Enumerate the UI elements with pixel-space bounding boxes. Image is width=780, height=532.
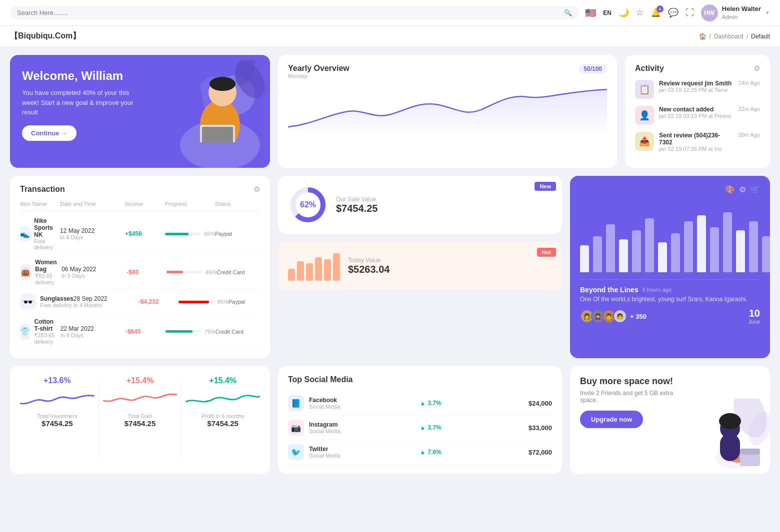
item-sub-3: ₹283.65 delivery xyxy=(34,332,60,345)
progress-pct-3: 75% xyxy=(204,329,216,335)
search-input[interactable] xyxy=(17,9,560,16)
breadcrumb: 🏠 / Dashboard / Default xyxy=(699,33,770,40)
continue-button[interactable]: Continue → xyxy=(22,125,76,141)
event-date-block: 10 June xyxy=(748,308,760,325)
progress-fill-3 xyxy=(166,330,192,333)
messages-icon[interactable]: 💬 xyxy=(668,7,678,18)
item-name-3: Cotton T-shirt xyxy=(34,318,60,332)
bar-col-7 xyxy=(671,233,680,272)
upgrade-button[interactable]: Upgrade now xyxy=(580,411,643,428)
notifications-icon[interactable]: 🔔 4 xyxy=(650,7,661,18)
bar-col-3 xyxy=(619,239,628,272)
today-label: Today Value xyxy=(348,257,390,264)
item-icon-2: 🕶️ xyxy=(20,294,36,310)
bar-item-1 xyxy=(593,236,602,272)
fullscreen-icon[interactable]: ⛶ xyxy=(686,8,694,18)
bar-col-1 xyxy=(593,236,602,272)
bar-col-8 xyxy=(684,221,693,272)
theme-toggle[interactable]: 🌙 xyxy=(618,7,629,18)
bar-col-12 xyxy=(736,230,745,272)
item-details-3: Cotton T-shirt ₹283.65 delivery xyxy=(34,318,60,345)
transaction-rows: 👟 Nike Sports NK Free delivery 12 May 20… xyxy=(20,213,260,349)
today-value: $5263.04 xyxy=(348,264,390,275)
avatar-stack-wrap: 👩 👩‍🦱 👨 🧑 + 350 xyxy=(580,309,646,323)
language-label[interactable]: EN xyxy=(603,9,612,16)
social-icon-1: 📷 xyxy=(288,420,304,436)
event-date: 10 xyxy=(748,308,760,319)
bar-item-7 xyxy=(671,233,680,272)
transaction-settings-icon[interactable]: ⚙ xyxy=(254,185,260,194)
dropdown-icon: ▼ xyxy=(765,10,770,15)
bookmarks-icon[interactable]: ☆ xyxy=(636,7,644,18)
bar-col-14 xyxy=(762,236,770,272)
progress-wrap-3: 75% xyxy=(166,329,216,335)
item-name-0: Nike Sports NK xyxy=(34,217,60,238)
col-income: Income xyxy=(125,201,165,207)
today-info: Today Value $5263.04 xyxy=(348,257,390,275)
bar-item-12 xyxy=(736,230,745,272)
activity-items: 📋 Review request jim Smith jan 03 19 12:… xyxy=(635,80,760,152)
yearly-header: Yearly Overview Monday 50/100 xyxy=(288,64,607,79)
palette-icon[interactable]: 🎨 xyxy=(725,185,735,194)
yearly-overview-card: Yearly Overview Monday 50/100 xyxy=(278,55,617,168)
activity-item-sub-1: jan 02 19 03:10 PM at Fresno xyxy=(659,113,734,119)
social-name-0: Facebook xyxy=(309,397,340,404)
progress-bar-3 xyxy=(166,330,202,333)
activity-item-time-2: 30m Ago xyxy=(738,132,760,138)
item-income-2: -$4,232 xyxy=(138,298,178,305)
home-icon[interactable]: 🏠 xyxy=(699,33,706,40)
col-item-name: Item Name xyxy=(20,201,60,207)
activity-item-title-1: New contact added xyxy=(659,106,734,113)
sparkline-0 xyxy=(20,389,94,409)
mini-stat-2: +15.4% Profit in 6 months $7454.25 xyxy=(186,376,260,464)
sale-value-card: New 62% Our Sale Value $7454.25 xyxy=(278,176,562,234)
barchart-settings-icon[interactable]: ⚙ xyxy=(739,185,746,194)
activity-thumb-1: 👤 xyxy=(635,106,654,125)
mini-bar-chart xyxy=(288,251,340,281)
item-info-2: 🕶️ Sunglasses Free delivery xyxy=(20,294,74,310)
language-flag[interactable]: 🇺🇸 xyxy=(585,7,596,18)
item-icon-0: 👟 xyxy=(20,226,30,242)
topnav: 🔍 🇺🇸 EN 🌙 ☆ 🔔 4 💬 ⛶ HW Helen Walter Admi… xyxy=(0,0,780,26)
bar-col-4 xyxy=(632,230,641,272)
buyspace-illustration xyxy=(685,399,770,474)
date-main-1: 06 May 2022 xyxy=(62,266,126,273)
item-info-0: 👟 Nike Sports NK Free delivery xyxy=(20,217,60,250)
bar-col-5 xyxy=(645,218,654,272)
cart-icon[interactable]: 🛒 xyxy=(750,185,760,194)
new-badge: New xyxy=(534,182,556,191)
search-bar[interactable]: 🔍 xyxy=(10,6,579,19)
user-text: Helen Walter Admin xyxy=(722,5,761,20)
breadcrumb-dashboard[interactable]: Dashboard xyxy=(714,33,744,40)
activity-item-sub-0: jan 03 19 12:25 PM at Tame xyxy=(659,87,734,93)
activity-settings-icon[interactable]: ⚙ xyxy=(754,64,760,73)
col-progress: Progress xyxy=(165,201,215,207)
mini-stat-val-0: $7454.25 xyxy=(20,419,94,428)
item-name-2: Sunglasses xyxy=(40,295,74,302)
table-row: 👕 Cotton T-shirt ₹283.65 delivery 22 Mar… xyxy=(20,314,260,349)
date-sub-3: In 8 Days xyxy=(60,332,126,338)
social-details-2: Twitter Social Media xyxy=(309,446,340,459)
activity-title: Activity xyxy=(635,64,664,73)
plus-count: + 350 xyxy=(630,313,646,320)
notif-badge: 4 xyxy=(656,5,664,12)
activity-header: Activity ⚙ xyxy=(635,64,760,73)
bar-col-11 xyxy=(723,212,732,272)
social-val-0: $24,000 xyxy=(528,400,552,407)
bar-item-9 xyxy=(697,215,706,272)
user-profile[interactable]: HW Helen Walter Admin ▼ xyxy=(701,4,770,21)
yearly-title: Yearly Overview xyxy=(288,64,350,73)
mini-stat-0: +13.6% Total Investment $7454.25 xyxy=(20,376,94,464)
activity-item: 📤 Sent review (504)236-7302 jan 02 19 07… xyxy=(635,132,760,152)
main-content: Welcome, William You have completed 40% … xyxy=(0,47,780,482)
breadcrumb-bar: 【Biqubiqu.Com】 🏠 / Dashboard / Default xyxy=(0,26,780,47)
yearly-subtitle: Monday xyxy=(288,73,350,79)
social-pct-2: 7.6% xyxy=(428,449,441,456)
mini-bar-2 xyxy=(306,263,313,281)
bar-col-6 xyxy=(658,242,667,272)
beyond-footer: 👩 👩‍🦱 👨 🧑 + 350 10 June xyxy=(580,308,760,325)
item-date-1: 06 May 2022 In 5 Days xyxy=(62,266,126,279)
stats-divider-2 xyxy=(181,380,182,460)
status-tag-0: Paypal xyxy=(215,231,260,237)
social-item-1: 📷 Instagram Social Media ▲ 3.7% $33,000 xyxy=(288,416,552,440)
